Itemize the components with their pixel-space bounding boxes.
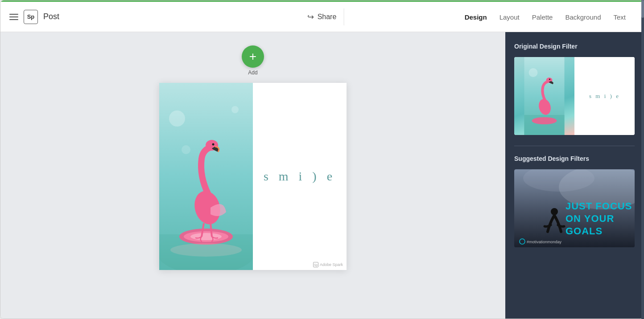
design-card[interactable]: s m i ) e Sp Adobe Spark — [159, 83, 347, 270]
filter-flamingo-svg — [514, 57, 574, 135]
svg-point-8 — [190, 233, 222, 240]
original-filter-title: Original Design Filter — [514, 43, 635, 50]
design-card-left — [159, 83, 253, 270]
logo-box: Sp — [24, 10, 38, 24]
add-label: Add — [248, 70, 257, 76]
flamingo-svg — [159, 83, 253, 270]
nav-item-palette[interactable]: Palette — [532, 13, 553, 20]
watermark-logo: Sp — [313, 262, 318, 267]
right-panel: Original Design Filter — [505, 32, 644, 319]
nav-item-layout[interactable]: Layout — [500, 13, 520, 20]
suggested-svg: JUST FOCUS ON YOUR GOALS #motivationmond… — [514, 169, 635, 247]
header: Sp Post ↪ Share Design Layout Palette Ba… — [0, 2, 644, 32]
share-button[interactable]: ↪ Share — [300, 8, 344, 25]
scrollbar-track[interactable] — [641, 32, 644, 319]
original-filter-card[interactable]: s m i ) e — [514, 57, 635, 135]
filter-smile-text: s m i ) e — [589, 93, 620, 100]
add-button-area: + Add — [242, 45, 264, 76]
svg-point-14 — [170, 243, 242, 257]
svg-point-16 — [529, 68, 538, 77]
svg-point-3 — [169, 110, 185, 127]
svg-point-21 — [549, 79, 550, 80]
suggested-filter-title: Suggested Design Filters — [514, 155, 635, 162]
main-content: + Add — [0, 32, 644, 319]
app-title: Post — [43, 12, 59, 21]
filter-card-right: s m i ) e — [574, 57, 635, 135]
header-nav: Design Layout Palette Background Text — [465, 13, 626, 20]
svg-text:GOALS: GOALS — [566, 225, 603, 237]
header-center: ↪ Share — [300, 8, 344, 25]
menu-icon[interactable] — [9, 14, 18, 20]
logo-text: Sp — [27, 13, 35, 20]
header-left: Sp Post — [9, 10, 59, 24]
divider — [514, 146, 635, 146]
watermark-text: Adobe Spark — [320, 262, 343, 267]
svg-text:#motivationmonday: #motivationmonday — [527, 240, 562, 244]
svg-point-18 — [532, 117, 557, 124]
svg-point-11 — [212, 143, 215, 146]
nav-item-text[interactable]: Text — [613, 13, 626, 20]
suggested-filter-card[interactable]: JUST FOCUS ON YOUR GOALS #motivationmond… — [514, 169, 635, 247]
svg-text:JUST FOCUS: JUST FOCUS — [566, 200, 632, 212]
design-card-right: s m i ) e — [253, 83, 347, 270]
canvas-area: + Add — [0, 32, 505, 319]
card-watermark: Sp Adobe Spark — [313, 262, 343, 267]
filter-card-left — [514, 57, 574, 135]
nav-item-design[interactable]: Design — [465, 13, 487, 20]
svg-text:ON YOUR: ON YOUR — [566, 213, 614, 224]
svg-point-5 — [182, 145, 190, 154]
share-label: Share — [318, 13, 337, 21]
nav-item-background[interactable]: Background — [565, 13, 601, 20]
add-button[interactable]: + — [242, 45, 264, 68]
share-icon: ↪ — [307, 12, 314, 22]
design-smile-text: s m i ) e — [264, 169, 336, 184]
svg-point-4 — [231, 106, 239, 113]
app-wrapper: Sp Post ↪ Share Design Layout Palette Ba… — [0, 0, 644, 319]
